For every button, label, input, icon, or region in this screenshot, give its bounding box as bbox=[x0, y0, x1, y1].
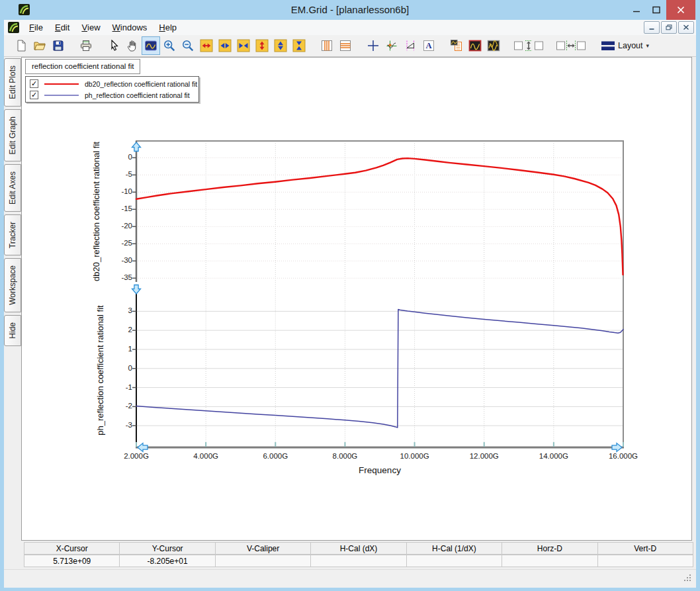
y-tick-label: 2 bbox=[110, 326, 132, 334]
maximize-button[interactable] bbox=[646, 0, 666, 20]
menu-help[interactable]: Help bbox=[153, 20, 183, 35]
zoom-in-icon bbox=[163, 39, 176, 52]
legend-line-sample bbox=[44, 83, 79, 85]
menu-view[interactable]: View bbox=[75, 20, 106, 35]
tracker-tool-icon bbox=[385, 39, 398, 52]
y-tick-label: -2 bbox=[110, 402, 132, 410]
menu-edit[interactable]: Edit bbox=[49, 20, 75, 35]
v-arrows-out-button[interactable] bbox=[271, 36, 290, 55]
title-bar[interactable]: EM.Grid - [planarlesson6b] bbox=[0, 0, 700, 20]
text-annotation-icon: A bbox=[422, 39, 435, 52]
app-logo-icon bbox=[8, 22, 19, 33]
open-file-icon bbox=[33, 39, 46, 52]
status-label-horz-d: Horz-D bbox=[502, 543, 597, 554]
close-button[interactable] bbox=[666, 0, 695, 20]
plot-frame bbox=[136, 140, 624, 447]
status-label-y-cursor: Y-Cursor bbox=[120, 543, 215, 554]
status-label-vert-d: Vert-D bbox=[598, 543, 693, 554]
pan-tool-button[interactable] bbox=[123, 36, 142, 55]
vertical-grid-button[interactable] bbox=[318, 36, 336, 55]
crosshair-icon bbox=[367, 39, 380, 52]
sidebar-tab-edit-axes[interactable]: Edit Axes bbox=[4, 164, 21, 212]
horizontal-grid-button[interactable] bbox=[336, 36, 355, 55]
pointer-tool-button[interactable] bbox=[105, 36, 123, 55]
legend-checkbox[interactable]: ✓ bbox=[30, 79, 38, 88]
sidebar: Edit PlotsEdit GraphEdit AxesTrackerWork… bbox=[4, 58, 22, 346]
y-axis-bottom-handle[interactable] bbox=[132, 285, 141, 295]
status-header-row: X-CursorY-CursorV-CaliperH-Cal (dX)H-Cal… bbox=[24, 542, 693, 555]
single-trace-view-button[interactable] bbox=[466, 36, 484, 55]
status-value-x-cursor: 5.713e+09 bbox=[24, 555, 120, 567]
menu-windows[interactable]: Windows bbox=[107, 20, 153, 35]
save-file-icon bbox=[52, 39, 65, 52]
zoom-out-button[interactable] bbox=[179, 36, 197, 55]
legend-entry: ✓db20_reflection coefficient rational fi… bbox=[26, 78, 198, 89]
x-tick-label: 6.000G bbox=[254, 452, 296, 460]
minimize-icon bbox=[633, 6, 640, 14]
y-axis-top-handle[interactable] bbox=[132, 142, 141, 152]
h-arrows-out-button[interactable] bbox=[216, 36, 234, 55]
v-expand-button[interactable] bbox=[253, 36, 271, 55]
menu-bar: FileEditViewWindowsHelp bbox=[4, 20, 696, 36]
db20-curve bbox=[136, 158, 623, 275]
crosshair-button[interactable] bbox=[364, 36, 382, 55]
horizontal-grid-icon bbox=[339, 39, 352, 52]
new-file-button[interactable] bbox=[12, 36, 30, 55]
v-expand-icon bbox=[255, 39, 269, 52]
mdi-restore-button[interactable] bbox=[661, 21, 677, 34]
report-view-button[interactable] bbox=[447, 36, 466, 55]
zoom-in-button[interactable] bbox=[160, 36, 179, 55]
legend-label: db20_reflection coefficient rational fit bbox=[85, 80, 197, 88]
sidebar-tab-hide[interactable]: Hide bbox=[4, 315, 21, 346]
tracker-tool-button[interactable] bbox=[382, 36, 401, 55]
sidebar-tab-label: Edit Axes bbox=[8, 171, 17, 205]
y-tick-label: -25 bbox=[110, 239, 132, 247]
v-arrows-in-button[interactable] bbox=[290, 36, 308, 55]
resize-grip[interactable] bbox=[683, 573, 692, 585]
plot-tab[interactable]: reflection coefficient rational fit bbox=[25, 59, 140, 74]
zoom-box-tool-button[interactable] bbox=[142, 36, 160, 55]
y-tick-label: -3 bbox=[110, 421, 132, 429]
mdi-minimize-icon bbox=[648, 24, 655, 30]
y-tick-label: 0 bbox=[110, 364, 132, 372]
dual-trace-view-button[interactable] bbox=[484, 36, 503, 55]
legend-entry: ✓ph_reflection coefficient rational fit bbox=[26, 89, 198, 101]
menu-file[interactable]: File bbox=[23, 20, 49, 35]
sidebar-tab-label: Tracker bbox=[8, 222, 17, 248]
minimize-button[interactable] bbox=[627, 0, 646, 20]
h-expand-button[interactable] bbox=[197, 36, 216, 55]
sidebar-tab-edit-graph[interactable]: Edit Graph bbox=[4, 109, 21, 161]
new-file-icon bbox=[15, 39, 28, 52]
mdi-minimize-button[interactable] bbox=[644, 21, 660, 34]
x-tick-label: 2.000G bbox=[115, 452, 157, 460]
maximize-icon bbox=[652, 6, 660, 14]
v-space-boxes-button[interactable] bbox=[512, 36, 545, 55]
caliper-tool-button[interactable] bbox=[401, 36, 419, 55]
plot-canvas bbox=[22, 58, 693, 541]
mdi-close-button[interactable] bbox=[678, 21, 694, 34]
open-file-button[interactable] bbox=[30, 36, 49, 55]
plot-window: reflection coefficient rational fit ✓db2… bbox=[21, 57, 692, 541]
save-file-button[interactable] bbox=[49, 36, 67, 55]
layout-menu-button[interactable]: Layout ▾ bbox=[597, 36, 654, 55]
y-tick-label: -30 bbox=[110, 256, 132, 264]
single-trace-view-icon bbox=[468, 39, 482, 52]
x-axis-left-handle[interactable] bbox=[138, 443, 148, 452]
h-arrows-in-button[interactable] bbox=[234, 36, 253, 55]
h-expand-icon bbox=[200, 39, 213, 52]
status-value-y-cursor: -8.205e+01 bbox=[120, 555, 215, 567]
sidebar-tab-label: Hide bbox=[8, 322, 17, 339]
sidebar-tab-edit-plots[interactable]: Edit Plots bbox=[4, 58, 21, 107]
print-button[interactable] bbox=[77, 36, 95, 55]
sidebar-tab-tracker[interactable]: Tracker bbox=[4, 214, 21, 255]
text-annotation-button[interactable]: A bbox=[419, 36, 438, 55]
sidebar-tab-workspace[interactable]: Workspace bbox=[4, 258, 21, 312]
x-axis-right-handle[interactable] bbox=[612, 443, 622, 452]
legend-checkbox[interactable]: ✓ bbox=[30, 91, 38, 99]
y-tick-label: -20 bbox=[110, 222, 132, 230]
pan-tool-icon bbox=[126, 39, 139, 52]
x-tick-label: 14.000G bbox=[533, 452, 575, 460]
x-tick-label: 12.000G bbox=[463, 452, 505, 460]
h-space-boxes-button[interactable] bbox=[554, 36, 588, 55]
y-tick-label: 1 bbox=[110, 345, 132, 353]
